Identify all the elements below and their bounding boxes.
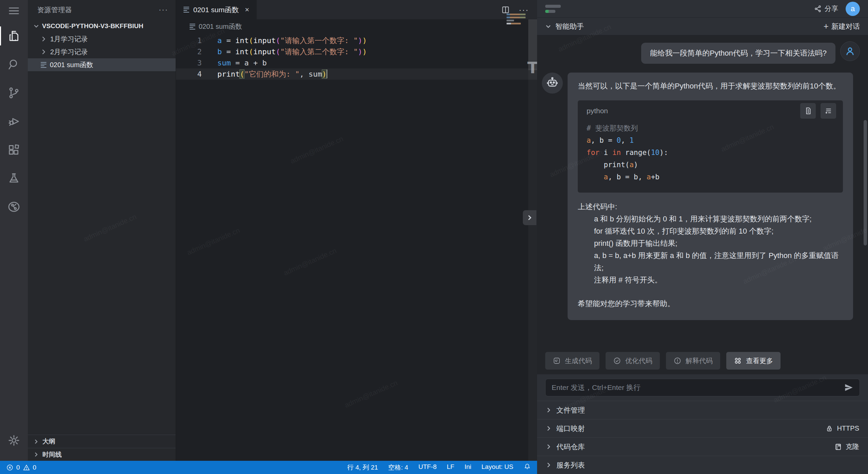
- share-button[interactable]: 分享: [814, 4, 838, 13]
- line-number: 4: [176, 68, 202, 80]
- panel-top-bar: 分享 a: [537, 0, 868, 18]
- code-token: , b = b,: [608, 173, 647, 181]
- editor-more-icon[interactable]: ···: [519, 5, 529, 15]
- assistant-panel: 分享 a 智能助手 + 新建对话 能给我一段简单的Python代码，学习一下相关…: [537, 0, 868, 474]
- source-control-icon[interactable]: [0, 79, 28, 107]
- sidebar-bottom-sections: 大纲 时间线: [28, 435, 176, 461]
- file-item[interactable]: 0201 sum函数: [28, 58, 176, 71]
- ide-region: 资源管理器 ··· VSCODE-PYTHON-V3-BKFFBIUH 1月学习…: [0, 0, 537, 474]
- error-icon: [6, 464, 14, 471]
- line-number: 2: [176, 46, 202, 57]
- status-item[interactable]: Layout: US: [481, 463, 513, 472]
- status-item[interactable]: Ini: [465, 463, 471, 472]
- new-chat-button[interactable]: + 新建对话: [824, 21, 860, 32]
- share-icon: [814, 5, 822, 13]
- split-editor-icon[interactable]: [501, 5, 510, 14]
- editor-tab[interactable]: 0201 sum函数 ×: [176, 0, 257, 19]
- notifications-bell-icon[interactable]: [524, 463, 531, 472]
- testing-icon[interactable]: [0, 164, 28, 193]
- user-avatar[interactable]: a: [846, 2, 860, 16]
- chevron-right-icon: [33, 452, 39, 457]
- panel-expand-button[interactable]: [523, 210, 536, 225]
- panel-section[interactable]: 服务列表: [537, 456, 868, 474]
- send-button[interactable]: [844, 383, 853, 392]
- chevron-right-icon: [546, 407, 552, 413]
- quick-action-grid[interactable]: 查看更多: [726, 352, 781, 370]
- workspace-root[interactable]: VSCODE-PYTHON-V3-BKFFBIUH: [28, 20, 176, 33]
- timeline-label: 时间线: [42, 450, 62, 459]
- chat-scrollbar-thumb[interactable]: [864, 120, 867, 245]
- quick-action-check[interactable]: 优化代码: [606, 352, 660, 370]
- copy-code-button[interactable]: [800, 103, 816, 119]
- activity-bar: [0, 0, 28, 461]
- plus-icon: +: [824, 21, 829, 32]
- panel-section[interactable]: 代码仓库克隆: [537, 437, 868, 456]
- explanation-title: 上述代码中:: [578, 201, 843, 213]
- folder-item[interactable]: 1月学习记录: [28, 33, 176, 45]
- chat-input[interactable]: Enter 发送，Ctrl+Enter 换行: [545, 379, 860, 396]
- status-item[interactable]: 行 4, 列 21: [347, 463, 378, 472]
- breadcrumb[interactable]: 0201 sum函数: [176, 19, 537, 34]
- code-token: [587, 173, 604, 181]
- code-block-content[interactable]: # 斐波那契数列a, b = 0, 1for i in range(10): p…: [578, 121, 843, 189]
- insert-icon: [824, 106, 833, 115]
- code-token: 1: [629, 136, 634, 144]
- code-token: range(: [621, 149, 651, 157]
- code-token: a + b: [244, 59, 267, 67]
- chevron-right-icon: [526, 214, 533, 221]
- chat-code-line: # 斐波那契数列: [587, 122, 834, 134]
- chevron-right-icon: [41, 49, 47, 55]
- minimap[interactable]: [507, 14, 526, 24]
- status-item[interactable]: 空格: 4: [388, 463, 408, 472]
- problems-indicator[interactable]: 0 0: [6, 464, 36, 471]
- chat-input-zone: Enter 发送，Ctrl+Enter 换行: [537, 374, 868, 401]
- outline-section[interactable]: 大纲: [28, 435, 176, 448]
- panel-menu-icon[interactable]: [545, 5, 561, 13]
- code-token: input: [253, 36, 276, 45]
- section-action[interactable]: 克隆: [834, 442, 859, 451]
- extensions-icon[interactable]: [0, 136, 28, 164]
- editor-scrollbar[interactable]: T: [528, 19, 537, 461]
- insert-code-button[interactable]: [821, 103, 836, 119]
- code-line: 4print("它们的和为: ", sum): [176, 68, 537, 80]
- code-text: print("它们的和为: ", sum): [202, 68, 327, 80]
- chevron-down-icon[interactable]: [545, 23, 551, 29]
- status-item[interactable]: UTF-8: [418, 463, 437, 472]
- code-token: =: [231, 59, 244, 67]
- code-editor[interactable]: 1a = int(input("请输入第一个数字: "))2b = int(in…: [176, 34, 537, 461]
- section-action-label: 克隆: [846, 442, 859, 451]
- menu-icon[interactable]: [0, 0, 28, 22]
- tree-item-label: 2月学习记录: [50, 47, 88, 57]
- run-debug-icon[interactable]: [0, 107, 28, 136]
- code-token: ): [362, 36, 367, 45]
- quick-action-code[interactable]: 生成代码: [545, 352, 599, 370]
- folder-item[interactable]: 2月学习记录: [28, 45, 176, 58]
- status-item[interactable]: LF: [447, 463, 454, 472]
- panel-section[interactable]: 端口映射HTTPS: [537, 419, 868, 437]
- line-number: 3: [176, 57, 202, 68]
- code-token: print: [217, 70, 240, 78]
- settings-gear-icon[interactable]: [0, 426, 28, 455]
- section-action[interactable]: HTTPS: [825, 424, 859, 433]
- code-token: ): [362, 47, 367, 56]
- explorer-more-icon[interactable]: ···: [159, 5, 168, 14]
- code-token: (: [276, 36, 280, 45]
- explorer-title: 资源管理器: [37, 5, 72, 15]
- references-icon[interactable]: [0, 193, 28, 221]
- timeline-section[interactable]: 时间线: [28, 448, 176, 461]
- search-icon[interactable]: [0, 50, 28, 79]
- code-token: a: [629, 161, 634, 169]
- explanation-item: a, b = b, a+b 用来更新 a 和 b 的值，注意这里用到了 Pyth…: [578, 250, 843, 274]
- user-message-row: 能给我一段简单的Python代码，学习一下相关语法吗?: [542, 41, 860, 64]
- assistant-avatar: [542, 73, 563, 94]
- panel-section[interactable]: 文件管理: [537, 401, 868, 419]
- tab-close-icon[interactable]: ×: [245, 5, 249, 14]
- quick-action-info[interactable]: 解释代码: [666, 352, 720, 370]
- quick-actions-row: 生成代码优化代码解释代码查看更多: [542, 352, 860, 370]
- code-token: in: [612, 149, 621, 157]
- code-token: ): [322, 70, 327, 78]
- file-icon: [183, 7, 189, 13]
- explorer-icon[interactable]: [0, 22, 28, 50]
- explorer-header: 资源管理器 ···: [28, 0, 176, 20]
- chevron-down-icon: [33, 23, 39, 29]
